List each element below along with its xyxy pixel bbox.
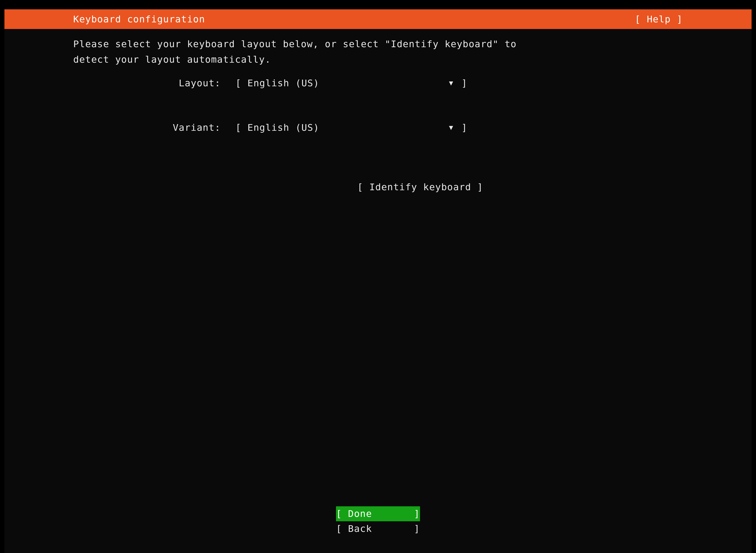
layout-row: Layout: [ English (US)▼ ] <box>73 76 683 91</box>
instruction-text: Please select your keyboard layout below… <box>73 36 683 67</box>
page-title: Keyboard configuration <box>73 12 205 27</box>
done-button[interactable]: [ Done ] <box>336 506 420 521</box>
variant-select[interactable]: [ English (US)▼ ] <box>236 120 468 135</box>
variant-label: Variant: <box>73 120 236 135</box>
footer-buttons: [ Done ] [ Back ] <box>4 506 752 536</box>
variant-value: English (US) <box>248 120 449 135</box>
back-button[interactable]: [ Back ] <box>336 521 420 536</box>
content-area: Please select your keyboard layout below… <box>4 29 752 210</box>
variant-row: Variant: [ English (US)▼ ] <box>73 120 683 135</box>
help-button[interactable]: [ Help ] <box>635 12 683 27</box>
layout-value: English (US) <box>248 76 449 91</box>
identify-keyboard-button[interactable]: [ Identify keyboard ] <box>357 182 483 192</box>
chevron-down-icon: ▼ <box>449 122 453 133</box>
layout-select[interactable]: [ English (US)▼ ] <box>236 76 468 91</box>
layout-label: Layout: <box>73 76 236 91</box>
header-bar: Keyboard configuration [ Help ] <box>4 9 752 29</box>
chevron-down-icon: ▼ <box>449 78 453 89</box>
